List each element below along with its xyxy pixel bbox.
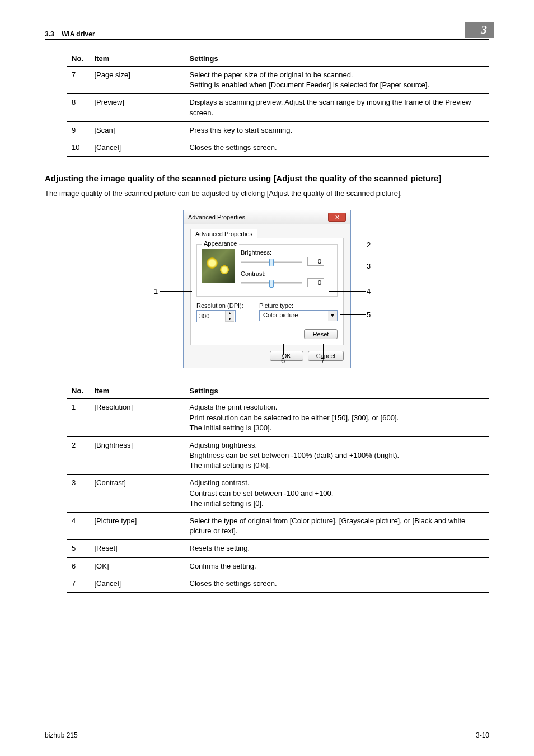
cell-settings: Adjusts the print resolution. Print reso… — [185, 399, 489, 437]
cell-settings: Adjusting brightness. Brightness can be … — [185, 436, 489, 475]
cell-item: [OK] — [90, 557, 185, 575]
cell-item: [Cancel] — [90, 575, 185, 592]
cell-no: 4 — [67, 513, 90, 540]
col-header-settings: Settings — [185, 51, 489, 67]
picture-type-label: Picture type: — [259, 302, 338, 309]
appearance-group: Appearance Brightness: 0 Contrast: — [196, 244, 338, 297]
cell-settings: Closes the settings screen. — [185, 139, 489, 156]
cell-no: 7 — [67, 67, 90, 94]
chevron-down-icon: ▼ — [328, 311, 337, 321]
spin-down-icon[interactable]: ▼ — [226, 316, 234, 322]
brightness-label: Brightness: — [241, 249, 332, 256]
cell-no: 7 — [67, 575, 90, 592]
cell-settings: Displays a scanning preview. Adjust the … — [185, 94, 489, 121]
cell-settings: Select the type of original from [Color … — [185, 513, 489, 540]
callout-6: 6 — [281, 356, 285, 365]
ok-button[interactable]: OK — [270, 351, 303, 361]
resolution-input[interactable] — [197, 311, 225, 322]
callout-2: 2 — [367, 241, 371, 249]
picture-type-dropdown[interactable]: Color picture ▼ — [259, 310, 338, 321]
col-header-item: Item — [90, 51, 185, 67]
resolution-spinbox[interactable]: ▲▼ — [196, 310, 236, 322]
cell-settings: Confirms the setting. — [185, 557, 489, 575]
table-header-row: No. Item Settings — [67, 383, 489, 399]
cell-no: 10 — [67, 139, 90, 156]
cell-item: [Preview] — [90, 94, 185, 121]
preview-thumbnail — [202, 249, 235, 283]
dialog-title-text: Advanced Properties — [188, 214, 245, 220]
callout-3: 3 — [367, 262, 371, 270]
table-row: 10 [Cancel] Closes the settings screen. — [67, 139, 489, 156]
table-row: 7 [Cancel] Closes the settings screen. — [67, 575, 489, 592]
table-row: 1 [Resolution] Adjusts the print resolut… — [67, 399, 489, 437]
cell-settings: Resets the setting. — [185, 540, 489, 557]
chapter-badge: 3 — [465, 22, 494, 38]
footer-right: 3-10 — [476, 731, 489, 739]
cell-item: [Scan] — [90, 121, 185, 139]
cell-settings: Closes the settings screen. — [185, 575, 489, 592]
callout-5: 5 — [367, 311, 371, 319]
cell-item: [Reset] — [90, 540, 185, 557]
table-row: 7 [Page size] Select the paper size of t… — [67, 67, 489, 94]
cell-no: 5 — [67, 540, 90, 557]
callout-7: 7 — [321, 356, 325, 365]
reset-button[interactable]: Reset — [304, 329, 338, 339]
cell-item: [Resolution] — [90, 399, 185, 437]
brightness-slider[interactable] — [241, 261, 302, 263]
figure-area: Advanced Properties ✕ Advanced Propertie… — [45, 210, 489, 367]
col-header-settings: Settings — [185, 383, 489, 399]
body-paragraph: The image quality of the scanned picture… — [45, 189, 489, 199]
cell-item: [Picture type] — [90, 513, 185, 540]
section-title: WIA driver — [62, 30, 95, 38]
cancel-button[interactable]: Cancel — [308, 351, 344, 361]
picture-type-value: Color picture — [260, 311, 328, 321]
close-icon[interactable]: ✕ — [328, 213, 346, 222]
col-header-no: No. — [67, 51, 90, 67]
section-heading: Adjusting the image quality of the scann… — [45, 173, 489, 183]
cell-settings: Select the paper size of the original to… — [185, 67, 489, 94]
footer-left: bizhub 215 — [45, 731, 78, 739]
section-number: 3.3 — [45, 30, 54, 38]
tab-advanced-properties[interactable]: Advanced Properties — [190, 229, 257, 238]
cell-no: 2 — [67, 436, 90, 475]
dialog-titlebar: Advanced Properties ✕ — [184, 210, 350, 224]
resolution-label: Resolution (DPI): — [196, 302, 254, 309]
brightness-value[interactable]: 0 — [307, 257, 324, 266]
advanced-properties-dialog: Advanced Properties ✕ Advanced Propertie… — [183, 210, 351, 368]
cell-item: [Contrast] — [90, 475, 185, 513]
table-header-row: No. Item Settings — [67, 51, 489, 67]
cell-no: 3 — [67, 475, 90, 513]
table-row: 2 [Brightness] Adjusting brightness. Bri… — [67, 436, 489, 475]
table-row: 5 [Reset] Resets the setting. — [67, 540, 489, 557]
settings-table-2: No. Item Settings 1 [Resolution] Adjusts… — [67, 383, 489, 593]
table-row: 3 [Contrast] Adjusting contrast. Contras… — [67, 475, 489, 513]
contrast-slider[interactable] — [241, 282, 302, 284]
page-header: 3.3 WIA driver 3 — [45, 22, 489, 40]
cell-no: 9 — [67, 121, 90, 139]
cell-settings: Press this key to start scanning. — [185, 121, 489, 139]
group-legend: Appearance — [202, 240, 239, 247]
table-row: 8 [Preview] Displays a scanning preview.… — [67, 94, 489, 121]
cell-item: [Brightness] — [90, 436, 185, 475]
col-header-no: No. — [67, 383, 90, 399]
contrast-value[interactable]: 0 — [307, 278, 324, 287]
header-section: 3.3 WIA driver — [45, 30, 95, 38]
page-footer: bizhub 215 3-10 — [45, 729, 489, 739]
table-row: 6 [OK] Confirms the setting. — [67, 557, 489, 575]
table-row: 4 [Picture type] Select the type of orig… — [67, 513, 489, 540]
table-row: 9 [Scan] Press this key to start scannin… — [67, 121, 489, 139]
cell-item: [Cancel] — [90, 139, 185, 156]
cell-item: [Page size] — [90, 67, 185, 94]
spin-up-icon[interactable]: ▲ — [226, 311, 234, 316]
callout-1: 1 — [154, 287, 158, 295]
callout-4: 4 — [367, 287, 371, 295]
cell-no: 6 — [67, 557, 90, 575]
contrast-label: Contrast: — [241, 270, 332, 277]
cell-settings: Adjusting contrast. Contrast can be set … — [185, 475, 489, 513]
col-header-item: Item — [90, 383, 185, 399]
cell-no: 8 — [67, 94, 90, 121]
settings-table-1: No. Item Settings 7 [Page size] Select t… — [67, 51, 489, 157]
cell-no: 1 — [67, 399, 90, 437]
